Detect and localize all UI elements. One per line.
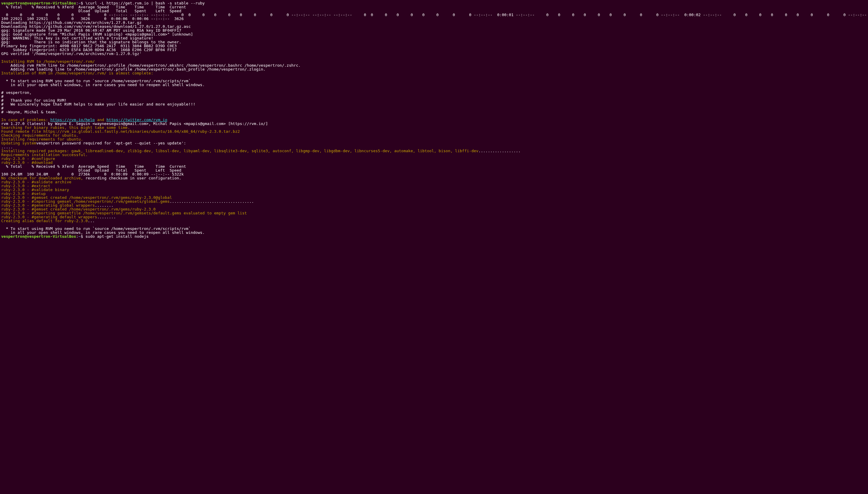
- terminal-output[interactable]: vespertron@vespertron-VirtualBox:~$ \cur…: [0, 0, 868, 240]
- start-note-2: in all your open shell windows, in rare …: [1, 82, 205, 87]
- curl-header: % Total % Received % Xferd Average Speed…: [1, 5, 186, 13]
- gpg-verified: GPG verified '/home/vespertron/.rvm/arch…: [1, 52, 142, 56]
- install-complete: Installation of RVM in /home/vespertron/…: [1, 71, 153, 75]
- password-prompt: vespertron password required for 'apt-ge…: [36, 141, 188, 145]
- pkg-dots: ..................: [478, 149, 521, 153]
- thanks-6: # ~Wayne, Michal & team.: [1, 110, 57, 114]
- curl-progress: 0 0 0 0 0 0 0 0 --:--:-- --:--:-- --:--:…: [1, 13, 868, 21]
- alias-dots: ...: [88, 218, 95, 223]
- command-2[interactable]: sudo apt-get install nodejs: [85, 234, 149, 239]
- no-checksum-b: recording checksum in user configuration…: [85, 176, 181, 180]
- dots-4: ........: [97, 215, 116, 219]
- prompt2-path: ~: [78, 234, 81, 239]
- thanks-1: # vespertron,: [1, 90, 32, 95]
- prompt2-userhost: vespertron@vespertron-VirtualBox: [1, 234, 76, 239]
- create-alias: Creating alias default for ruby-2.3.0: [1, 218, 88, 223]
- thanks-4: # We sincerely hope that RVM helps to ma…: [1, 102, 196, 107]
- dots-2: ....................................: [170, 199, 254, 204]
- curl2-header: % Total % Received % Xferd Average Speed…: [1, 164, 186, 173]
- prompt2-dollar: $: [81, 234, 85, 239]
